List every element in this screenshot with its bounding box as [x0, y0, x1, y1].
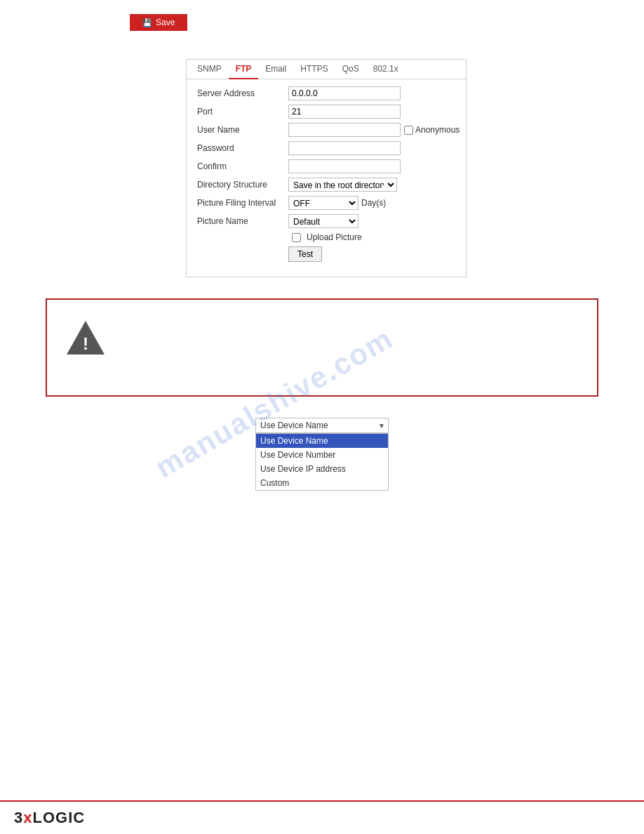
password-input[interactable]: [288, 141, 401, 155]
tab-email[interactable]: Email: [258, 60, 293, 79]
picture-name-select[interactable]: Default: [288, 214, 358, 228]
test-row: Test: [197, 246, 455, 262]
picture-filing-row: Picture Filing Interval OFF Day(s): [197, 196, 455, 210]
username-input[interactable]: [288, 123, 401, 137]
username-label: User Name: [197, 125, 288, 135]
server-address-input[interactable]: [288, 86, 401, 100]
port-row: Port: [197, 105, 455, 119]
anonymous-area: Anonymous: [404, 125, 459, 135]
logo: 3xLOGIC: [14, 809, 85, 827]
confirm-input[interactable]: [288, 159, 401, 173]
picture-name-row: Picture Name Default: [197, 214, 455, 228]
picture-filing-select-wrapper: OFF Day(s): [288, 196, 386, 210]
tab-bar: SNMP FTP Email HTTPS QoS 802.1x: [187, 60, 466, 79]
password-row: Password: [197, 141, 455, 155]
anonymous-label: Anonymous: [415, 125, 459, 135]
directory-structure-select-wrapper: Save in the root directory: [288, 178, 397, 192]
directory-structure-select[interactable]: Save in the root directory: [288, 178, 397, 192]
test-button[interactable]: Test: [288, 246, 322, 262]
anonymous-checkbox[interactable]: [404, 126, 413, 135]
picture-name-select-wrapper: Default: [288, 214, 358, 228]
tab-ftp[interactable]: FTP: [229, 60, 259, 79]
dropdown-list: Use Device Name Use Device Number Use De…: [255, 433, 389, 491]
tab-snmp[interactable]: SNMP: [190, 60, 229, 79]
footer: 3xLOGIC: [0, 800, 644, 834]
dropdown-container: Use Device Name ▼ Use Device Name Use De…: [255, 418, 389, 491]
dropdown-option-device-number[interactable]: Use Device Number: [256, 448, 388, 462]
ftp-panel: SNMP FTP Email HTTPS QoS 802.1x Server A…: [186, 59, 467, 277]
dropdown-current-value: Use Device Name: [260, 421, 328, 430]
ftp-form: Server Address Port User Name Anonymous …: [187, 79, 466, 277]
dropdown-display[interactable]: Use Device Name ▼: [255, 418, 389, 433]
warning-box: !: [46, 298, 598, 397]
picture-name-label: Picture Name: [197, 216, 288, 226]
upload-picture-checkbox[interactable]: [292, 233, 301, 242]
day-label: Day(s): [361, 198, 386, 208]
confirm-label: Confirm: [197, 161, 288, 171]
tab-qos[interactable]: QoS: [335, 60, 366, 79]
dropdown-option-custom[interactable]: Custom: [256, 476, 388, 490]
tab-https[interactable]: HTTPS: [293, 60, 335, 79]
server-address-row: Server Address: [197, 86, 455, 100]
confirm-row: Confirm: [197, 159, 455, 173]
password-label: Password: [197, 143, 288, 153]
directory-structure-label: Directory Structure: [197, 180, 288, 190]
username-row: User Name Anonymous: [197, 123, 455, 137]
picture-filing-label: Picture Filing Interval: [197, 198, 288, 208]
upload-picture-label: Upload Picture: [307, 232, 362, 242]
server-address-label: Server Address: [197, 88, 288, 98]
save-button[interactable]: Save: [130, 14, 187, 31]
warning-icon: !: [65, 317, 107, 359]
port-label: Port: [197, 107, 288, 117]
svg-text:!: !: [83, 334, 88, 353]
directory-structure-row: Directory Structure Save in the root dir…: [197, 178, 455, 192]
tab-8021x[interactable]: 802.1x: [366, 60, 405, 79]
dropdown-option-device-name[interactable]: Use Device Name: [256, 434, 388, 448]
picture-filing-select[interactable]: OFF: [288, 196, 358, 210]
chevron-down-icon: ▼: [378, 422, 385, 430]
dropdown-option-device-ip[interactable]: Use Device IP address: [256, 462, 388, 476]
upload-picture-row: Upload Picture: [197, 232, 455, 242]
dropdown-area: Use Device Name ▼ Use Device Name Use De…: [0, 418, 644, 491]
port-input[interactable]: [288, 105, 401, 119]
